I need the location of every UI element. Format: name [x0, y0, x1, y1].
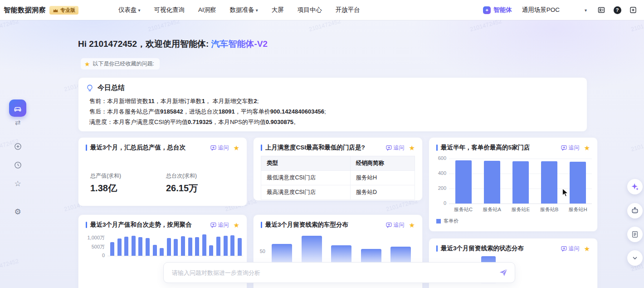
bar — [167, 238, 171, 256]
followup-chat-icon — [210, 145, 216, 151]
followup-button[interactable]: 追问 — [561, 245, 580, 253]
card-title-text: 最近3个月，汇总后总产值，总台次 — [90, 144, 185, 152]
top5-chart-card: 最近半年，客单价最高的5家门店 追问 ★ 0200400600服务站C服务站A服… — [429, 137, 598, 232]
star-outline-icon: ☆ — [14, 179, 21, 189]
gridline — [449, 159, 592, 159]
card-actions: 追问 ★ — [561, 245, 590, 253]
swap-icon: ⇄ — [15, 119, 21, 126]
favorites-hint-label: 以下是你已经收藏的问题: — [93, 60, 154, 68]
chatbot-button[interactable] — [627, 203, 643, 218]
scroll-down-button[interactable] — [627, 250, 643, 266]
summary-line: 满意度：本月客户满意度CSI的平均值0.719325，本月NPS的平均值0.90… — [89, 117, 580, 127]
followup-chat-icon — [561, 246, 567, 252]
star-icon: ★ — [84, 60, 90, 68]
followup-button[interactable]: 追问 — [386, 221, 405, 229]
favorite-star-icon[interactable]: ★ — [409, 222, 415, 228]
new-chat-button[interactable] — [13, 142, 22, 151]
summary-text: ，平均客单价 — [235, 108, 270, 115]
history-icon — [14, 161, 22, 169]
table-header: 类型 — [261, 156, 351, 171]
send-button[interactable] — [498, 268, 508, 278]
ai-assistant-button[interactable] — [627, 179, 643, 194]
summary-metric-value: 900.1424840603456 — [270, 108, 324, 115]
plus-circle-icon — [14, 143, 22, 150]
followup-chat-icon — [386, 145, 392, 151]
nav-item-ai-insight[interactable]: AI洞察 — [198, 6, 216, 14]
bar — [455, 160, 472, 204]
top-navigation: 智能数据洞察 专业版 仪表盘▾ 可视化查询 AI洞察 数据准备▾ 大屏 项目中心… — [0, 0, 644, 20]
watermark-text: 2101472452 — [0, 258, 20, 273]
kpi-card: 最近3个月，汇总后总产值，总台次 追问 ★ 总产值(求和) 1.38亿 总台次(… — [78, 137, 247, 206]
bar — [195, 237, 199, 256]
favorite-star-icon[interactable]: ★ — [234, 144, 239, 151]
docs-button[interactable] — [627, 227, 643, 242]
y-axis-tick-label: 200 — [433, 185, 446, 191]
favorite-star-icon[interactable]: ★ — [409, 144, 415, 151]
nav-item-visual-query[interactable]: 可视化查询 — [154, 6, 185, 14]
table-cell: 服务站D — [350, 185, 415, 200]
app-logo: 智能数据洞察 — [4, 6, 46, 15]
favorites-button[interactable]: ☆ — [13, 179, 22, 188]
bar — [174, 239, 178, 256]
nav-item-big-screen[interactable]: 大屏 — [272, 6, 284, 14]
table-row[interactable]: 最低满意度CSI门店 服务站H — [261, 171, 415, 185]
gridline — [449, 189, 592, 189]
kpi-label: 总产值(求和) — [90, 172, 121, 180]
scene-select[interactable]: 通用场景POC ▾ — [522, 6, 587, 14]
bar — [484, 161, 500, 204]
query-input[interactable] — [172, 269, 498, 276]
agent-car-button[interactable] — [9, 99, 26, 117]
csi-card: 上月满意度CSI最高和最低的门店是? 追问 ★ 类型 经销商简称 — [253, 137, 423, 201]
summary-metric-value: 18091 — [219, 108, 235, 115]
favorite-star-icon[interactable]: ★ — [584, 245, 590, 252]
followup-button[interactable]: 追问 — [210, 221, 229, 229]
scene-select-value: 通用场景POC — [522, 6, 560, 14]
nav-item-label: 开放平台 — [336, 6, 360, 14]
nav-item-agent[interactable]: ✦ 智能体 — [483, 6, 512, 14]
ai-sparkle-icon — [630, 182, 639, 191]
title-marker — [436, 245, 438, 252]
table-cell: 最高满意度CSI门店 — [261, 185, 351, 200]
history-button[interactable] — [13, 160, 22, 169]
summary-metric-value: 1 — [202, 98, 205, 104]
pro-badge-label: 专业版 — [60, 7, 75, 14]
contact-card-icon[interactable] — [597, 5, 606, 15]
followup-label: 追问 — [394, 144, 405, 152]
followup-button[interactable]: 追问 — [386, 144, 405, 152]
gear-icon: ⚙ — [14, 207, 21, 217]
title-marker — [86, 222, 87, 228]
followup-label: 追问 — [218, 221, 229, 229]
followup-chat-icon — [561, 145, 567, 151]
csi-table: 类型 经销商简称 最低满意度CSI门店 服务站H 最高满意度CSI门店 服务站D — [261, 156, 415, 200]
watermark-text: 2101472452 — [630, 138, 644, 153]
summary-metric-value: 0.719325 — [188, 119, 212, 125]
nav-item-dashboard[interactable]: 仪表盘▾ — [118, 6, 141, 14]
card-title: 上月满意度CSI最高和最低的门店是? — [261, 144, 365, 152]
nav-item-data-prep[interactable]: 数据准备▾ — [230, 6, 258, 14]
help-icon[interactable]: ? — [613, 5, 622, 15]
pro-badge: 专业版 — [49, 6, 78, 15]
add-panel-icon[interactable] — [629, 5, 638, 15]
table-row[interactable]: 最高满意度CSI门店 服务站D — [261, 185, 415, 200]
nav-item-label: 数据准备 — [230, 6, 254, 14]
bar — [224, 236, 228, 256]
bar — [570, 162, 586, 204]
followup-button[interactable]: 追问 — [561, 144, 580, 152]
summary-text: ， 本月新增交车数 — [205, 98, 254, 104]
card-title-text: 最近3个月留资线索的车型分布 — [265, 221, 348, 229]
robot-icon — [631, 207, 639, 215]
agent-name: 汽车智能体-V2 — [211, 39, 268, 49]
bar — [110, 242, 114, 256]
nav-item-open-platform[interactable]: 开放平台 — [336, 6, 360, 14]
table-header-row: 类型 经销商简称 — [261, 156, 415, 171]
favorite-star-icon[interactable]: ★ — [234, 222, 239, 228]
title-marker — [261, 144, 262, 151]
switch-agent-button[interactable]: ⇄ — [9, 119, 26, 127]
nav-item-project-center[interactable]: 项目中心 — [298, 6, 322, 14]
page-background: 2101472452210147245221014724522101472452… — [0, 0, 644, 288]
followup-button[interactable]: 追问 — [210, 144, 229, 152]
settings-button[interactable]: ⚙ — [13, 207, 22, 216]
followup-chat-icon — [386, 222, 392, 228]
favorite-star-icon[interactable]: ★ — [584, 144, 590, 151]
brand: 智能数据洞察 专业版 — [4, 6, 78, 15]
